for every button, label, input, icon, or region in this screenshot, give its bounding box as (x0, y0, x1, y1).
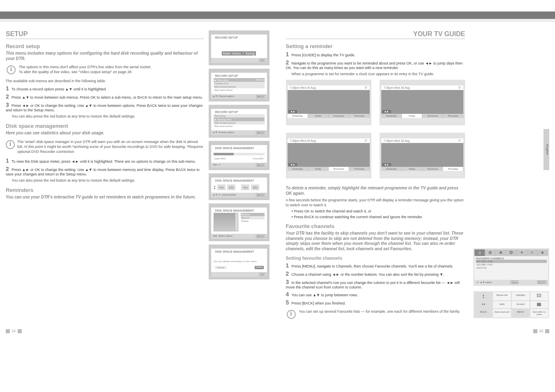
step-note: You can also press the red button at any… (12, 178, 204, 183)
screen-title: DISK SPACE MANAGEMENT (214, 146, 265, 150)
time-boxes: ▲▼ Hrs Min Hrs Min (214, 184, 265, 190)
screen-mock: RECORD SETUP ▶ RecordingSetting Padding … (209, 69, 269, 101)
step-text: Press ◄► or OK to change the setting. Us… (6, 104, 203, 112)
screen-menu: Main menu > Setup (222, 51, 256, 55)
step-text: Press [MENU], navigate to Channels, then… (292, 264, 454, 268)
info-icon (6, 139, 15, 150)
favourites-screen: ♫ ✿ ❀ ✪ ✦ ✧ ★ FAVOURITE CHANNELS 001 BBC… (473, 248, 549, 286)
disk-heading: Disk space management (6, 123, 204, 129)
fav-sub: Setting favourite channels (286, 256, 465, 261)
chevron-left-right-icon: ◄► (288, 110, 297, 113)
tab-icon: ✿ (485, 249, 496, 256)
tv-guide-screen: 7:30pm Wed 26 Aug⏱ ◄► Yesterday Today To… (380, 80, 465, 125)
delete-reminder-lead: To delete a reminder, simply highlight t… (286, 186, 465, 196)
step-text: Press ▲► or OK to change the setting. Us… (6, 168, 200, 176)
thumbnail (214, 213, 238, 231)
step-text: Choose a channel using ◄► or the number … (292, 272, 444, 277)
tab-icon: ✪ (506, 249, 517, 256)
info-icon (6, 65, 16, 75)
tab-icon: ✧ (527, 249, 538, 256)
tab-icon: ★ (537, 249, 548, 256)
screen-title: RECORD SETUP (214, 110, 265, 114)
chevron-left-right-icon: ◄► (382, 110, 391, 113)
fav-lead: Your DTR has the facility to skip channe… (286, 231, 465, 251)
step-text: Press ▲▼ to move between sub-menus. Pres… (12, 95, 203, 99)
prompt: Press OK to switch the channel and watch… (300, 209, 465, 213)
chevron-left-right-icon: ◄► (382, 163, 391, 166)
screen-mock: RECORD SETUP Main menu > Setup OK (209, 30, 269, 65)
section-title-setup: SETUP (6, 30, 204, 39)
prompt: Press BACK to continue watching the curr… (300, 215, 465, 219)
step-note: You can also press the red button at any… (12, 114, 204, 119)
step-text: In the selected channel's row you can ch… (286, 281, 460, 289)
tab-icon: ❀ (495, 249, 506, 256)
screen-title: RECORD SETUP (214, 74, 265, 78)
screens-column: RECORD SETUP Main menu > Setup OK RECORD… (209, 30, 269, 323)
side-tab: English (543, 129, 549, 170)
tv-guide-screen: 7:30pm Wed 26 Aug⏱ ◄► Yesterday Today To… (286, 133, 371, 178)
screen-mock: DISK SPACE MANAGEMENT ▲▼ Hrs Min Hrs Min… (209, 173, 269, 200)
screen-mock: DISK SPACE MANAGEMENT Used 40%Free 60% ◄… (209, 141, 269, 170)
table-intro: The available sub-menus are described in… (6, 78, 204, 83)
disk-usage-bar (214, 153, 265, 155)
disk-lead: Here you can see statistics about your d… (6, 131, 204, 136)
favourites-help-table: ▲▼ Moves the highlight ◄► back forward B… (473, 291, 549, 318)
hint-text: The 'smart' disk-space manager in your D… (17, 139, 204, 154)
reminders-heading: Reminders (6, 187, 204, 193)
fav-heading: Favourite channels (286, 223, 465, 229)
set-reminder-heading: Setting a reminder (286, 43, 465, 49)
step-text: Press [BACK] when you finished. (292, 301, 346, 305)
screen-title: RECORD SETUP (214, 35, 265, 40)
step-text: You can use ▲▼ to jump between rows. (292, 293, 358, 297)
step-text: To view the Disk space meter, press ◄► u… (12, 159, 196, 164)
hint-text: You can set up several Favourite lists —… (299, 309, 461, 314)
note: When a programme is set for reminder a c… (292, 71, 465, 76)
chevron-left-right-icon: ◄► (288, 163, 297, 166)
record-setup-lead: This menu includes many options for conf… (6, 51, 204, 61)
screen-title: DISK SPACE MANAGEMENT (214, 178, 265, 183)
tab-icon: ♫ (474, 249, 485, 256)
record-setup-heading: Record setup (6, 43, 204, 49)
hint-text: To alter the quality of live video, see … (19, 69, 151, 74)
screen-mock: RECORD SETUP Recording ▶ Padding time Sk… (209, 105, 269, 138)
step-text: To choose a record option press ▲▼ until… (12, 87, 106, 91)
screen-title: DISK SPACE MANAGEMENT (214, 208, 265, 213)
reminders-lead: You can use your DTR's interactive TV gu… (6, 195, 204, 200)
step-text: Navigate to the programme you want to be… (286, 61, 463, 70)
page-number-right: 12 (532, 329, 550, 333)
screen-mock: DISK SPACE MANAGEMENT Browse Record Dele… (209, 203, 269, 241)
tv-guide-screen: 7:30pm Wed 26 Aug⏱ ◄► Yesterday Today To… (286, 80, 371, 125)
reminder-later: A few seconds before the programme start… (286, 198, 465, 208)
hint-text: The options in this menu don't affect yo… (19, 65, 151, 69)
page-number-left: 11 (5, 329, 23, 333)
tab-icon: ✦ (516, 249, 527, 256)
section-title-guide: YOUR TV GUIDE (286, 30, 465, 39)
screen-title: DISK SPACE MANAGEMENT (214, 249, 265, 254)
tv-guide-screen: 7:30pm Wed 26 Aug⏱ ◄► Yesterday Today To… (380, 133, 465, 178)
ok-button: OK (259, 59, 265, 62)
screen-mock: DISK SPACE MANAGEMENT You can delete rec… (209, 244, 269, 279)
info-icon (286, 309, 297, 320)
step-text: Press [GUIDE] to display the TV guide. (292, 53, 355, 57)
